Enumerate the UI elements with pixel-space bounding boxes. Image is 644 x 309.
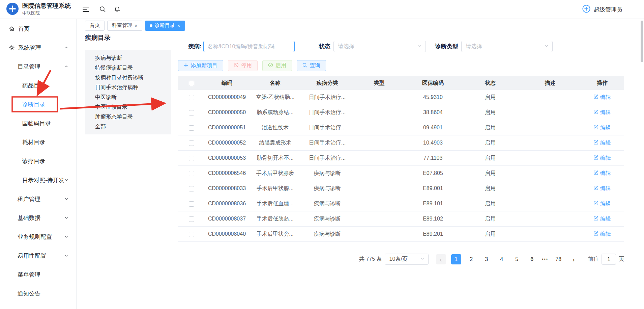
edit-icon xyxy=(593,125,598,131)
cell-code: CD0000000049 xyxy=(205,94,249,100)
row-checkbox[interactable] xyxy=(189,110,194,115)
edit-icon xyxy=(593,216,598,222)
row-checkbox[interactable] xyxy=(189,186,194,191)
cell-insurance-code: 45.9310 xyxy=(405,94,461,100)
edit-button[interactable]: 编辑 xyxy=(593,124,611,131)
edit-icon xyxy=(593,201,598,207)
catalog-item[interactable]: 全部 xyxy=(85,122,171,131)
catalog-item[interactable]: 疾病与诊断 xyxy=(85,53,171,63)
disease-search-input[interactable] xyxy=(203,41,295,52)
cell-status: 启用 xyxy=(461,231,520,238)
enable-button[interactable]: 启用 xyxy=(262,60,292,71)
sidebar-item-national-code-catalog[interactable]: 国临码目录 xyxy=(0,114,76,133)
pagination-ellipsis-icon[interactable]: ••• xyxy=(542,257,549,262)
vertical-scrollbar[interactable] xyxy=(641,21,643,62)
cell-status: 启用 xyxy=(461,94,520,101)
sidebar-item-usability-config[interactable]: 易用性配置 xyxy=(0,246,76,265)
tab-department-management[interactable]: 科室管理× xyxy=(107,21,142,31)
status-select[interactable]: 请选择 xyxy=(333,41,426,52)
sidebar-item-catalog-management[interactable]: 目录管理 xyxy=(0,57,76,76)
sidebar-item-label: 通知公告 xyxy=(18,290,40,298)
edit-button[interactable]: 编辑 xyxy=(593,94,611,101)
edit-button[interactable]: 编辑 xyxy=(593,109,611,116)
collapse-menu-icon[interactable] xyxy=(82,6,89,12)
row-checkbox[interactable] xyxy=(189,201,194,207)
user-avatar-icon xyxy=(582,4,591,15)
sidebar-item-consumable-catalog[interactable]: 耗材目录 xyxy=(0,133,76,152)
chevron-down-icon xyxy=(64,215,69,220)
table-row: CD0000008040手术后甲状旁...疾病与诊断E89.201启用编辑 xyxy=(178,227,624,242)
sidebar-item-tenant-management[interactable]: 租户管理 xyxy=(0,189,76,208)
sidebar-item-label: 药品目录 xyxy=(22,82,45,89)
sidebar-item-home[interactable]: 首页 xyxy=(0,19,76,38)
sidebar-item-label: 首页 xyxy=(18,25,30,33)
row-checkbox[interactable] xyxy=(189,232,194,237)
goto-page-input[interactable] xyxy=(602,254,616,265)
edit-button[interactable]: 编辑 xyxy=(593,155,611,162)
sidebar-item-notice[interactable]: 通知公告 xyxy=(0,284,76,303)
edit-button[interactable]: 编辑 xyxy=(593,170,611,177)
notification-bell-icon[interactable] xyxy=(114,6,120,13)
catalog-item[interactable]: 特慢病诊断目录 xyxy=(85,63,171,73)
gear-icon xyxy=(9,45,15,51)
add-item-button[interactable]: 添加新项目 xyxy=(178,60,223,71)
page-button-2[interactable]: 2 xyxy=(466,254,476,264)
tab-home[interactable]: 首页 xyxy=(85,21,105,31)
pagination-next-button[interactable]: › xyxy=(568,254,579,264)
cell-insurance-code: E89.201 xyxy=(405,231,461,237)
edit-button[interactable]: 编辑 xyxy=(593,231,611,238)
disable-button[interactable]: 停用 xyxy=(228,60,258,71)
close-icon[interactable]: × xyxy=(135,23,138,28)
sidebar-item-system-management[interactable]: 系统管理 xyxy=(0,38,76,57)
row-checkbox[interactable] xyxy=(189,156,194,161)
page-button-1[interactable]: 1 xyxy=(451,254,461,264)
catalog-item[interactable]: 按病种目录付费诊断 xyxy=(85,73,171,82)
page-button-4[interactable]: 4 xyxy=(497,254,507,264)
row-checkbox[interactable] xyxy=(189,140,194,146)
sidebar-item-treatment-catalog[interactable]: 诊疗目录 xyxy=(0,152,76,171)
table-body: CD0000000049空肠-乙状结肠...日间手术治疗...45.9310启用… xyxy=(178,90,624,242)
page-button-3[interactable]: 3 xyxy=(481,254,492,264)
pagination-prev-button[interactable]: ‹ xyxy=(436,254,446,264)
disease-catalog-panel: 疾病目录 疾病与诊断特慢病诊断目录按病种目录付费诊断日间手术治疗病种中医诊断中医… xyxy=(85,33,171,134)
diagnosis-type-select[interactable]: 请选择 xyxy=(461,41,553,52)
close-icon[interactable]: × xyxy=(177,23,180,28)
row-checkbox[interactable] xyxy=(189,216,194,222)
page-button-5[interactable]: 5 xyxy=(512,254,522,264)
row-checkbox[interactable] xyxy=(189,95,194,100)
sidebar-item-menu-management[interactable]: 菜单管理 xyxy=(0,265,76,284)
catalog-item[interactable]: 中医诊断 xyxy=(85,92,171,102)
catalog-item[interactable]: 中医证候目录 xyxy=(85,102,171,112)
edit-button[interactable]: 编辑 xyxy=(593,200,611,207)
select-all-checkbox[interactable] xyxy=(189,81,194,86)
edit-button[interactable]: 编辑 xyxy=(593,139,611,147)
catalog-item[interactable]: 日间手术治疗病种 xyxy=(85,82,171,92)
check-circle-icon xyxy=(268,62,273,69)
edit-button[interactable]: 编辑 xyxy=(593,215,611,223)
sidebar-item-label: 国临码目录 xyxy=(22,120,51,127)
page-button-last[interactable]: 78 xyxy=(553,254,563,264)
search-icon[interactable] xyxy=(99,6,106,12)
chevron-down-icon xyxy=(544,44,549,50)
sidebar-item-label: 目录对照-待开发 xyxy=(22,176,64,184)
row-checkbox[interactable] xyxy=(189,125,194,131)
query-button[interactable]: 查询 xyxy=(297,60,326,71)
sidebar-item-catalog-mapping[interactable]: 目录对照-待开发 xyxy=(0,171,76,189)
tab-label: 首页 xyxy=(90,22,100,29)
catalog-item[interactable]: 肿瘤形态学目录 xyxy=(85,112,171,122)
edit-button[interactable]: 编辑 xyxy=(593,185,611,192)
user-menu[interactable]: 超级管理员 xyxy=(582,0,622,19)
row-checkbox[interactable] xyxy=(189,171,194,176)
sidebar-item-drug-catalog[interactable]: 药品目录 xyxy=(0,76,76,95)
sidebar-menu: 首页系统管理目录管理药品目录诊断目录国临码目录耗材目录诊疗目录目录对照-待开发租… xyxy=(0,19,76,303)
pagination-bar: 共 775 条 10条/页 ‹123456•••78› 前往 页 xyxy=(178,254,644,265)
sidebar-item-diagnosis-catalog[interactable]: 诊断目录 xyxy=(0,95,76,114)
sidebar-item-base-data[interactable]: 基础数据 xyxy=(0,208,76,227)
sidebar-item-business-rules[interactable]: 业务规则配置 xyxy=(0,227,76,246)
tab-bar: 首页科室管理×诊断目录× xyxy=(77,19,644,32)
search-icon xyxy=(302,63,307,69)
page-button-6[interactable]: 6 xyxy=(527,254,537,264)
sidebar-item-label: 目录管理 xyxy=(18,63,40,71)
tab-diagnosis-catalog[interactable]: 诊断目录× xyxy=(145,21,185,31)
page-size-select[interactable]: 10条/页 xyxy=(385,254,429,265)
